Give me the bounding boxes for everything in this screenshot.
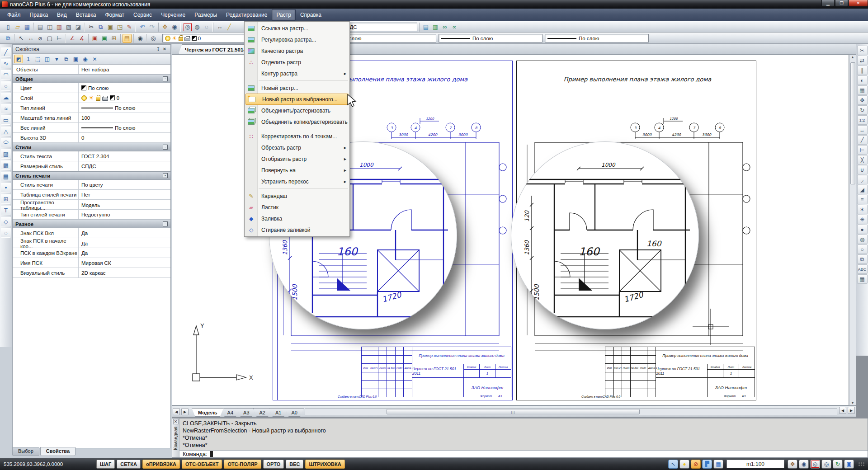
scale-1-2-tool-icon[interactable]: 1:2 — [857, 115, 868, 125]
offset-tool-icon[interactable]: ∥ — [857, 66, 868, 75]
polygon-tool-icon[interactable]: △ — [1, 126, 11, 136]
scroll-left-icon[interactable]: ◀ — [839, 407, 846, 414]
mirror-select-icon[interactable]: ◫ — [43, 55, 52, 63]
section-header[interactable]: Стили- — [13, 143, 170, 151]
zoom-dynamic-icon[interactable]: ◍ — [193, 23, 202, 32]
filter-select-icon[interactable]: ▼ — [52, 55, 61, 63]
cloud-tool-icon[interactable]: ☁ — [1, 92, 11, 102]
line-tool-icon[interactable]: ╱ — [1, 47, 11, 57]
menubar-item[interactable]: Справка — [296, 9, 326, 21]
property-row[interactable]: Тип стилей печатиНедоступно — [13, 210, 170, 220]
sheet-tab[interactable]: А3 — [237, 408, 255, 417]
xref-attach-icon[interactable]: ▣ — [100, 34, 109, 43]
linetype-combo[interactable]: По слою — [439, 34, 542, 42]
property-row[interactable]: Таблица стилей печатиНет — [13, 190, 170, 200]
copy-obj-tool-icon[interactable]: ⧉ — [857, 254, 868, 264]
array-tool-icon[interactable]: ▦ — [857, 85, 868, 95]
attach-link-icon[interactable]: ∞ — [440, 23, 449, 32]
measure-distance-icon[interactable]: ↔ — [215, 23, 224, 32]
section-header[interactable]: Стиль печати- — [13, 171, 170, 180]
zoom-window-icon[interactable]: ◎ — [810, 460, 820, 469]
sheet-tab[interactable]: А2 — [253, 408, 272, 417]
annotation-scale-field[interactable]: m1:100 — [726, 460, 784, 468]
arc-tool-icon[interactable]: ◠ — [1, 70, 11, 80]
property-row[interactable]: Высота 3D0 — [13, 133, 170, 143]
chamfer-tool-icon[interactable]: ◢ — [857, 185, 868, 194]
paste-icon[interactable]: ▣ — [106, 23, 115, 32]
sheet-tab[interactable]: А1 — [269, 408, 288, 417]
section-header[interactable]: Общие- — [13, 75, 170, 83]
ellipse-tool-icon[interactable]: ⬭ — [1, 137, 11, 147]
minimize-button[interactable]: ▁ — [821, 0, 835, 7]
sheet-tab[interactable]: Модель — [192, 408, 224, 417]
cut-icon[interactable]: ✂ — [87, 23, 96, 32]
sheet-tab[interactable]: А4 — [221, 408, 240, 417]
section-header[interactable]: Разное- — [13, 220, 170, 228]
toggle-отс-объект[interactable]: ОТС-ОБЪЕКТ — [182, 460, 222, 469]
raster-menu-item[interactable]: ▰Ластик — [245, 202, 349, 213]
paste-style-icon[interactable]: ▣ — [71, 55, 80, 63]
property-row[interactable]: Вес линийПо слою — [13, 123, 170, 133]
toggle-вес[interactable]: ВЕС — [286, 460, 303, 469]
property-row[interactable]: Стиль текстаГОСТ 2.304 — [13, 151, 170, 161]
point-tool-icon[interactable]: • — [1, 183, 11, 193]
zoom-in-icon[interactable]: ◉ — [799, 460, 809, 469]
menubar-item[interactable]: Формат — [100, 9, 129, 21]
property-row[interactable]: Визуальный стиль2D каркас — [13, 268, 170, 278]
group-on-tool-icon[interactable]: ● — [857, 225, 868, 234]
menubar-item[interactable]: Файл — [3, 9, 25, 21]
close-button[interactable]: ✕ — [849, 0, 868, 7]
copy-style-icon[interactable]: ⧉ — [62, 55, 71, 63]
table-tool-icon[interactable]: ⊞ — [1, 194, 11, 204]
redo-icon[interactable]: ↷ — [147, 23, 156, 32]
format-painter-icon[interactable]: ✎ — [125, 23, 134, 32]
dim-baseline-icon[interactable]: ⊢ — [55, 34, 64, 43]
page-setup-icon[interactable]: ▧ — [64, 23, 73, 32]
raster-menu-item[interactable]: Ссылка на растр... — [245, 23, 349, 34]
window-select-icon[interactable]: ⬚ — [33, 55, 42, 63]
menubar-item[interactable]: Правка — [25, 9, 53, 21]
new-file-icon[interactable]: ▯ — [4, 23, 13, 32]
detach-link-icon[interactable]: ∝ — [450, 23, 459, 32]
explode-tool-icon[interactable]: ✶ — [857, 205, 868, 214]
raster-menu-item[interactable]: ∴Отделить растр — [245, 56, 349, 68]
vertical-scroll-thumb[interactable] — [850, 62, 855, 184]
toggle-отс-поляр[interactable]: ОТС-ПОЛЯР — [224, 460, 261, 469]
open-folder-icon[interactable]: ▱ — [13, 23, 22, 32]
maximize-button[interactable]: ❒ — [835, 0, 848, 7]
raster-menu-item[interactable]: ∷Корректировать по 4 точкам... — [245, 131, 349, 142]
raster-menu-item[interactable]: ✎Карандаш — [245, 190, 349, 202]
extend-tool-icon[interactable]: ⊢ — [857, 145, 868, 155]
copy-properties-icon[interactable]: ⧉ — [4, 34, 13, 43]
break-tool-icon[interactable]: ╳ — [857, 155, 868, 164]
nanocad-doc-icon[interactable]: ▤ — [421, 23, 430, 32]
properties-tab[interactable]: Свойства — [40, 447, 75, 456]
document-tab[interactable]: Чертеж из ГОСТ 21.501- — [178, 44, 254, 54]
snap-off-icon[interactable]: ⊘ — [691, 460, 701, 469]
fillet-tool-icon[interactable]: ◞ — [857, 175, 868, 184]
isolate-select-icon[interactable]: ◉ — [81, 55, 90, 63]
raster-menu-item[interactable]: Объединить/растеризовать — [245, 105, 349, 116]
raster-menu-item[interactable]: Отобразить растр► — [245, 153, 349, 164]
zoom-window-icon[interactable]: ◎ — [183, 23, 192, 32]
vertical-scrollbar[interactable]: ▲ ▼ — [849, 55, 856, 405]
collapse-icon[interactable]: - — [163, 145, 168, 150]
region-tool-icon[interactable]: ◌ — [1, 228, 11, 238]
mirror-tool-icon[interactable]: ⇄ — [857, 56, 868, 65]
close-icon[interactable]: ✕ — [173, 419, 179, 424]
menubar-item[interactable]: Растр — [272, 9, 295, 21]
property-row[interactable]: Размерный стильСПДС — [13, 161, 170, 171]
raster-menu-item[interactable]: ◆Заливка — [245, 213, 349, 224]
viewport-grid-icon[interactable]: ▦ — [713, 460, 723, 469]
stretch-tool-icon[interactable]: ↔ — [857, 125, 868, 135]
raster-menu-item[interactable]: Обрезать растр► — [245, 142, 349, 153]
toggle-орто[interactable]: ОРТО — [263, 460, 284, 469]
property-row[interactable]: ЦветПо слою — [13, 83, 170, 93]
explode-attr-tool-icon[interactable]: ✳ — [857, 215, 868, 224]
circle-tool-icon[interactable]: ○ — [1, 81, 11, 91]
scroll-up-icon[interactable]: ▲ — [851, 55, 854, 59]
property-row[interactable]: Тип линийПо слою — [13, 103, 170, 113]
rectangle-tool-icon[interactable]: ▭ — [1, 115, 11, 125]
spline-tool-icon[interactable]: ≈ — [1, 103, 11, 113]
property-row[interactable]: Знак ПСК в начале коо...Да — [13, 238, 170, 248]
